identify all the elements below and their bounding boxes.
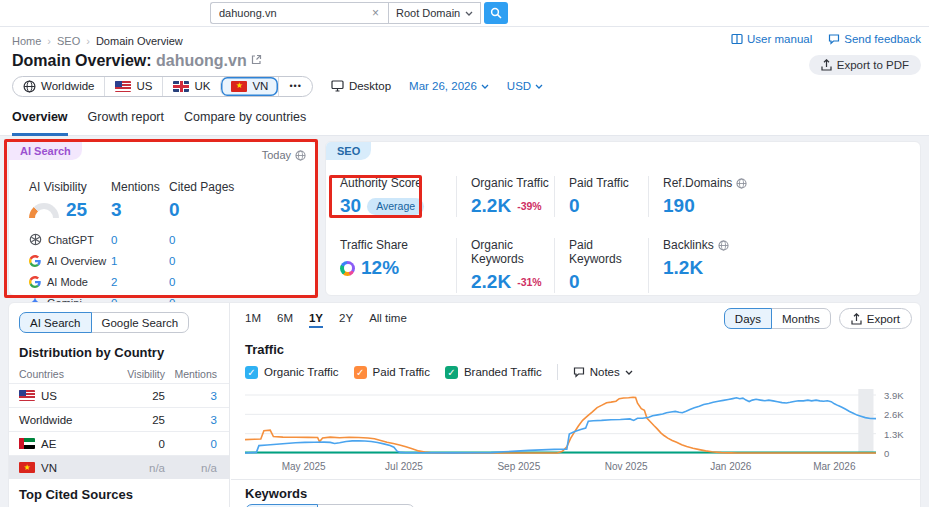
metric-value: 30 [340, 195, 361, 217]
x-tick-label: Nov 2025 [605, 461, 648, 472]
cited-pages-header: Cited Pages [169, 180, 259, 194]
mentions-value: n/a [165, 462, 217, 474]
section-divider [231, 479, 920, 480]
send-feedback-link[interactable]: Send feedback [828, 33, 921, 45]
metric-value[interactable]: 0 [569, 271, 580, 293]
metric-value[interactable]: 1.2K [663, 257, 703, 279]
breadcrumb-seo[interactable]: SEO [57, 35, 80, 47]
chevron-down-icon [465, 11, 473, 16]
metric-value[interactable]: 0 [569, 195, 580, 217]
location-tab-worldwide[interactable]: Worldwide [13, 77, 104, 96]
metric-value[interactable]: 12% [361, 257, 399, 279]
location-tab-vn[interactable]: ★ VN [220, 77, 278, 96]
breadcrumb-home[interactable]: Home [12, 35, 41, 47]
distribution-title: Distribution by Country [19, 345, 164, 360]
more-locations-button[interactable]: ••• [278, 77, 311, 96]
export-chart-label: Export [867, 313, 900, 325]
seo-badge: SEO [326, 142, 371, 160]
globe-icon [736, 178, 747, 189]
tab-overview[interactable]: Overview [12, 110, 68, 136]
notes-dropdown[interactable]: Notes [573, 366, 633, 378]
external-link-icon[interactable] [251, 54, 262, 65]
traffic-title: Traffic [245, 342, 284, 357]
location-tab-uk[interactable]: UK [162, 77, 220, 96]
tab-growth-report[interactable]: Growth report [88, 110, 164, 136]
user-manual-label: User manual [747, 33, 812, 45]
engine-cited[interactable]: 0 [169, 255, 259, 267]
today-label: Today [262, 149, 291, 161]
mentions-value[interactable]: 3 [165, 390, 217, 402]
today-indicator: Today [262, 149, 306, 161]
engine-cited[interactable]: 0 [169, 234, 259, 246]
metric-value[interactable]: 2.2K [471, 195, 511, 217]
visibility-value: n/a [119, 462, 165, 474]
traffic-chart[interactable] [245, 389, 876, 459]
engine-row-chatgpt: ChatGPT 0 0 [29, 229, 308, 250]
top-cited-sources-title: Top Cited Sources [19, 487, 133, 502]
location-tab-us[interactable]: US [104, 77, 162, 96]
google-g-icon [29, 255, 41, 267]
metric-label: Paid Keywords [569, 238, 648, 266]
engine-mentions[interactable]: 0 [111, 234, 169, 246]
location-tabs: Worldwide US UK ★ VN ••• [12, 76, 313, 97]
country-row-worldwide[interactable]: Worldwide 25 3 [9, 407, 229, 431]
y-tick-label: 2.6K [884, 409, 904, 420]
range-all-time[interactable]: All time [369, 312, 407, 328]
metric-value[interactable]: 2.2K [471, 271, 511, 293]
legend-paid-traffic[interactable]: ✓Paid Traffic [354, 366, 430, 379]
metric-label: Authority Score [340, 176, 456, 190]
search-input[interactable] [210, 2, 388, 24]
legend-branded-traffic[interactable]: ✓Branded Traffic [445, 366, 542, 379]
us-flag-icon [115, 81, 131, 92]
source-toggle-google-search[interactable]: Google Search [91, 312, 190, 333]
mentions-value: 3 [111, 199, 169, 221]
clear-search-icon[interactable]: × [372, 6, 379, 20]
checkbox-checked-icon[interactable]: ✓ [354, 366, 367, 379]
engine-row-ai-mode: AI Mode 2 0 [29, 271, 308, 292]
metric-value[interactable]: 190 [663, 195, 695, 217]
range-1m[interactable]: 1M [245, 312, 261, 328]
engine-mentions[interactable]: 2 [111, 276, 169, 288]
user-manual-link[interactable]: User manual [731, 33, 812, 45]
metric-label: Ref.Domains [663, 176, 732, 190]
tab-compare-by-countries[interactable]: Compare by countries [184, 110, 306, 136]
metric-label: Organic Keywords [471, 238, 554, 266]
x-tick-label: Mar 2026 [813, 461, 855, 472]
mentions-value[interactable]: 0 [165, 438, 217, 450]
page-title-prefix: Domain Overview: [12, 52, 152, 69]
country-row-us[interactable]: US 25 3 [9, 383, 229, 407]
country-row-vn[interactable]: ★VN n/a n/a [9, 455, 229, 479]
ai-visibility-value: 25 [66, 199, 87, 221]
engine-mentions[interactable]: 1 [111, 255, 169, 267]
range-1y[interactable]: 1Y [309, 312, 323, 328]
country-table-header: Countries Visibility Mentions [9, 365, 229, 383]
country-row-ae[interactable]: AE 0 0 [9, 431, 229, 455]
metric-delta: -39% [517, 200, 542, 212]
traffic-share-donut-icon [340, 261, 355, 276]
checkbox-checked-icon[interactable]: ✓ [245, 366, 258, 379]
source-toggle-ai-search[interactable]: AI Search [19, 312, 92, 333]
globe-icon [718, 240, 729, 251]
date-selector[interactable]: Mar 26, 2026 [409, 80, 489, 92]
mentions-value[interactable]: 3 [165, 414, 217, 426]
export-to-pdf-button[interactable]: Export to PDF [809, 55, 921, 75]
seo-card: SEO Authority Score 30Average Organic Tr… [325, 141, 921, 296]
device-selector[interactable]: Desktop [331, 80, 391, 92]
chart-y-axis-labels: 3.9K2.6K1.3K0 [882, 389, 922, 459]
range-2y[interactable]: 2Y [339, 312, 353, 328]
granularity-days[interactable]: Days [724, 308, 772, 329]
legend-organic-traffic[interactable]: ✓Organic Traffic [245, 366, 339, 379]
book-icon [731, 33, 743, 45]
search-type-dropdown[interactable]: Root Domain [388, 2, 481, 24]
export-chart-button[interactable]: Export [839, 308, 912, 329]
metric-paid-traffic: Paid Traffic 0 [554, 176, 648, 217]
metric-label: Paid Traffic [569, 176, 648, 190]
checkbox-checked-icon[interactable]: ✓ [445, 366, 458, 379]
engine-cited[interactable]: 0 [169, 276, 259, 288]
granularity-months[interactable]: Months [771, 308, 831, 329]
currency-selector[interactable]: USD [507, 80, 543, 92]
ae-flag-icon [19, 438, 35, 449]
x-tick-label: Sep 2025 [497, 461, 540, 472]
range-6m[interactable]: 6M [277, 312, 293, 328]
search-button[interactable] [484, 2, 508, 24]
